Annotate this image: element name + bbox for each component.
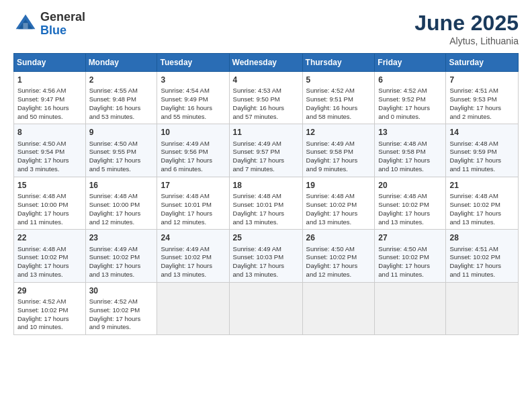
calendar-cell: 2Sunrise: 4:55 AM Sunset: 9:48 PM Daylig… — [85, 72, 157, 124]
day-number: 9 — [89, 127, 154, 138]
day-info: Sunrise: 4:52 AM Sunset: 9:52 PM Dayligh… — [378, 87, 442, 121]
day-number: 17 — [161, 180, 225, 191]
day-info: Sunrise: 4:52 AM Sunset: 10:02 PM Daylig… — [17, 298, 82, 332]
week-row-3: 15Sunrise: 4:48 AM Sunset: 10:00 PM Dayl… — [14, 177, 519, 229]
day-info: Sunrise: 4:48 AM Sunset: 9:58 PM Dayligh… — [378, 140, 442, 174]
calendar-cell: 25Sunrise: 4:49 AM Sunset: 10:03 PM Dayl… — [229, 230, 302, 282]
calendar-cell: 1Sunrise: 4:56 AM Sunset: 9:47 PM Daylig… — [14, 72, 86, 124]
day-info: Sunrise: 4:48 AM Sunset: 10:02 PM Daylig… — [306, 192, 371, 226]
calendar: SundayMondayTuesdayWednesdayThursdayFrid… — [13, 53, 519, 335]
day-number: 12 — [306, 127, 371, 138]
day-header-monday: Monday — [85, 54, 157, 72]
day-info: Sunrise: 4:50 AM Sunset: 10:02 PM Daylig… — [378, 245, 442, 279]
calendar-cell: 5Sunrise: 4:52 AM Sunset: 9:51 PM Daylig… — [302, 72, 375, 124]
calendar-cell: 21Sunrise: 4:48 AM Sunset: 10:02 PM Dayl… — [446, 177, 519, 229]
calendar-cell — [446, 282, 519, 334]
day-info: Sunrise: 4:48 AM Sunset: 10:02 PM Daylig… — [449, 192, 515, 226]
calendar-cell: 30Sunrise: 4:52 AM Sunset: 10:02 PM Dayl… — [85, 282, 157, 334]
day-info: Sunrise: 4:49 AM Sunset: 9:57 PM Dayligh… — [233, 140, 299, 174]
calendar-cell — [157, 282, 229, 334]
week-row-1: 1Sunrise: 4:56 AM Sunset: 9:47 PM Daylig… — [14, 72, 519, 124]
day-number: 26 — [306, 232, 371, 243]
day-info: Sunrise: 4:48 AM Sunset: 9:59 PM Dayligh… — [449, 140, 515, 174]
day-info: Sunrise: 4:52 AM Sunset: 10:02 PM Daylig… — [89, 298, 154, 332]
header-row: SundayMondayTuesdayWednesdayThursdayFrid… — [14, 54, 519, 72]
title-block: June 2025 Alytus, Lithuania — [414, 11, 519, 46]
calendar-cell: 17Sunrise: 4:48 AM Sunset: 10:01 PM Dayl… — [157, 177, 229, 229]
month-title: June 2025 — [414, 11, 519, 36]
day-number: 19 — [306, 180, 371, 191]
day-number: 30 — [89, 285, 154, 296]
day-number: 21 — [449, 180, 515, 191]
day-header-sunday: Sunday — [14, 54, 86, 72]
calendar-cell: 12Sunrise: 4:49 AM Sunset: 9:58 PM Dayli… — [302, 124, 375, 177]
day-header-wednesday: Wednesday — [229, 54, 302, 72]
day-info: Sunrise: 4:56 AM Sunset: 9:47 PM Dayligh… — [17, 87, 82, 121]
calendar-cell — [229, 282, 302, 334]
day-info: Sunrise: 4:48 AM Sunset: 10:02 PM Daylig… — [378, 192, 442, 226]
day-info: Sunrise: 4:48 AM Sunset: 10:01 PM Daylig… — [161, 192, 225, 226]
day-info: Sunrise: 4:48 AM Sunset: 10:00 PM Daylig… — [89, 192, 154, 226]
day-number: 16 — [89, 180, 154, 191]
day-number: 8 — [17, 127, 82, 138]
day-info: Sunrise: 4:55 AM Sunset: 9:48 PM Dayligh… — [89, 87, 154, 121]
day-number: 24 — [161, 232, 225, 243]
day-number: 11 — [233, 127, 299, 138]
location: Alytus, Lithuania — [414, 36, 519, 46]
day-header-thursday: Thursday — [302, 54, 375, 72]
calendar-cell: 9Sunrise: 4:50 AM Sunset: 9:55 PM Daylig… — [85, 124, 157, 177]
calendar-cell: 14Sunrise: 4:48 AM Sunset: 9:59 PM Dayli… — [446, 124, 519, 177]
day-number: 18 — [233, 180, 299, 191]
header: General Blue June 2025 Alytus, Lithuania — [13, 11, 519, 46]
calendar-cell: 7Sunrise: 4:51 AM Sunset: 9:53 PM Daylig… — [446, 72, 519, 124]
day-number: 3 — [161, 75, 225, 85]
day-info: Sunrise: 4:49 AM Sunset: 10:02 PM Daylig… — [89, 245, 154, 279]
day-number: 29 — [17, 285, 82, 296]
day-info: Sunrise: 4:48 AM Sunset: 10:00 PM Daylig… — [17, 192, 82, 226]
day-number: 6 — [378, 75, 442, 85]
calendar-cell: 4Sunrise: 4:53 AM Sunset: 9:50 PM Daylig… — [229, 72, 302, 124]
calendar-cell: 26Sunrise: 4:50 AM Sunset: 10:02 PM Dayl… — [302, 230, 375, 282]
day-header-tuesday: Tuesday — [157, 54, 229, 72]
calendar-cell: 8Sunrise: 4:50 AM Sunset: 9:54 PM Daylig… — [14, 124, 86, 177]
calendar-cell: 29Sunrise: 4:52 AM Sunset: 10:02 PM Dayl… — [14, 282, 86, 334]
day-number: 23 — [89, 232, 154, 243]
calendar-cell: 18Sunrise: 4:48 AM Sunset: 10:01 PM Dayl… — [229, 177, 302, 229]
day-number: 27 — [378, 232, 442, 243]
day-info: Sunrise: 4:49 AM Sunset: 10:02 PM Daylig… — [161, 245, 225, 279]
calendar-cell: 3Sunrise: 4:54 AM Sunset: 9:49 PM Daylig… — [157, 72, 229, 124]
day-number: 5 — [306, 75, 371, 85]
logo: General Blue — [13, 11, 85, 38]
calendar-cell: 28Sunrise: 4:51 AM Sunset: 10:02 PM Dayl… — [446, 230, 519, 282]
week-row-5: 29Sunrise: 4:52 AM Sunset: 10:02 PM Dayl… — [14, 282, 519, 334]
day-number: 10 — [161, 127, 225, 138]
calendar-cell: 10Sunrise: 4:49 AM Sunset: 9:56 PM Dayli… — [157, 124, 229, 177]
day-number: 20 — [378, 180, 442, 191]
day-info: Sunrise: 4:54 AM Sunset: 9:49 PM Dayligh… — [161, 87, 225, 121]
calendar-cell: 13Sunrise: 4:48 AM Sunset: 9:58 PM Dayli… — [375, 124, 446, 177]
calendar-cell: 22Sunrise: 4:48 AM Sunset: 10:02 PM Dayl… — [14, 230, 86, 282]
day-number: 13 — [378, 127, 442, 138]
day-number: 1 — [17, 75, 82, 85]
calendar-cell: 15Sunrise: 4:48 AM Sunset: 10:00 PM Dayl… — [14, 177, 86, 229]
day-info: Sunrise: 4:53 AM Sunset: 9:50 PM Dayligh… — [233, 87, 299, 121]
logo-blue: Blue — [40, 24, 85, 38]
day-number: 4 — [233, 75, 299, 85]
day-info: Sunrise: 4:49 AM Sunset: 9:56 PM Dayligh… — [161, 140, 225, 174]
page: General Blue June 2025 Alytus, Lithuania… — [0, 0, 532, 411]
day-info: Sunrise: 4:52 AM Sunset: 9:51 PM Dayligh… — [306, 87, 371, 121]
calendar-cell — [302, 282, 375, 334]
day-header-friday: Friday — [375, 54, 446, 72]
day-info: Sunrise: 4:50 AM Sunset: 10:02 PM Daylig… — [306, 245, 371, 279]
day-header-saturday: Saturday — [446, 54, 519, 72]
day-info: Sunrise: 4:49 AM Sunset: 10:03 PM Daylig… — [233, 245, 299, 279]
calendar-cell: 11Sunrise: 4:49 AM Sunset: 9:57 PM Dayli… — [229, 124, 302, 177]
day-info: Sunrise: 4:48 AM Sunset: 10:02 PM Daylig… — [17, 245, 82, 279]
calendar-cell: 23Sunrise: 4:49 AM Sunset: 10:02 PM Dayl… — [85, 230, 157, 282]
logo-text: General Blue — [40, 11, 85, 38]
day-info: Sunrise: 4:51 AM Sunset: 10:02 PM Daylig… — [449, 245, 515, 279]
day-info: Sunrise: 4:49 AM Sunset: 9:58 PM Dayligh… — [306, 140, 371, 174]
week-row-4: 22Sunrise: 4:48 AM Sunset: 10:02 PM Dayl… — [14, 230, 519, 282]
day-info: Sunrise: 4:50 AM Sunset: 9:54 PM Dayligh… — [17, 140, 82, 174]
calendar-cell: 16Sunrise: 4:48 AM Sunset: 10:00 PM Dayl… — [85, 177, 157, 229]
